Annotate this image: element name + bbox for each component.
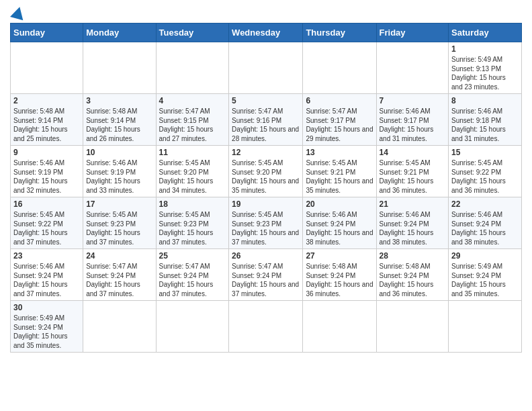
calendar-cell-20: 20Sunrise: 5:46 AM Sunset: 9:24 PM Dayli… [303, 197, 376, 249]
day-info: Sunrise: 5:45 AM Sunset: 9:21 PM Dayligh… [380, 158, 446, 195]
calendar-cell-empty [11, 42, 83, 94]
calendar-cell-empty [229, 42, 303, 94]
weekday-header-saturday: Saturday [449, 24, 522, 42]
day-number: 4 [159, 96, 226, 105]
day-number: 3 [86, 96, 152, 105]
day-number: 21 [380, 199, 446, 209]
calendar-cell-4: 4Sunrise: 5:47 AM Sunset: 9:15 PM Daylig… [156, 94, 229, 146]
day-number: 13 [306, 148, 373, 157]
calendar-cell-24: 24Sunrise: 5:47 AM Sunset: 9:24 PM Dayli… [83, 249, 156, 301]
day-number: 6 [306, 96, 373, 105]
calendar-cell-18: 18Sunrise: 5:45 AM Sunset: 9:23 PM Dayli… [156, 197, 229, 249]
calendar-cell-8: 8Sunrise: 5:46 AM Sunset: 9:18 PM Daylig… [449, 94, 522, 146]
day-info: Sunrise: 5:48 AM Sunset: 9:24 PM Dayligh… [380, 262, 446, 298]
day-number: 24 [86, 251, 152, 261]
day-number: 29 [451, 251, 519, 261]
day-number: 28 [380, 251, 446, 261]
calendar-cell-empty [376, 42, 449, 94]
day-info: Sunrise: 5:46 AM Sunset: 9:24 PM Dayligh… [451, 210, 519, 246]
day-info: Sunrise: 5:45 AM Sunset: 9:23 PM Dayligh… [159, 210, 226, 246]
day-info: Sunrise: 5:47 AM Sunset: 9:15 PM Dayligh… [159, 107, 226, 143]
day-number: 30 [13, 303, 80, 312]
calendar-cell-empty [229, 301, 303, 353]
calendar-cell-6: 6Sunrise: 5:47 AM Sunset: 9:17 PM Daylig… [303, 94, 376, 146]
day-info: Sunrise: 5:45 AM Sunset: 9:20 PM Dayligh… [232, 158, 300, 195]
calendar-cell-14: 14Sunrise: 5:45 AM Sunset: 9:21 PM Dayli… [376, 146, 449, 197]
day-number: 10 [86, 148, 152, 157]
calendar-cell-29: 29Sunrise: 5:49 AM Sunset: 9:24 PM Dayli… [449, 249, 522, 301]
calendar-cell-empty [303, 42, 376, 94]
calendar-cell-27: 27Sunrise: 5:48 AM Sunset: 9:24 PM Dayli… [303, 249, 376, 301]
calendar-cell-7: 7Sunrise: 5:46 AM Sunset: 9:17 PM Daylig… [376, 94, 449, 146]
calendar-cell-empty [83, 42, 156, 94]
day-info: Sunrise: 5:49 AM Sunset: 9:24 PM Dayligh… [451, 262, 519, 298]
day-info: Sunrise: 5:47 AM Sunset: 9:24 PM Dayligh… [86, 262, 152, 298]
logo-triangle-icon [10, 5, 26, 21]
calendar-cell-11: 11Sunrise: 5:45 AM Sunset: 9:20 PM Dayli… [156, 146, 229, 197]
header [10, 7, 522, 19]
day-number: 18 [159, 199, 226, 209]
weekday-header-tuesday: Tuesday [156, 24, 229, 42]
calendar-cell-empty [376, 301, 449, 353]
day-number: 2 [13, 96, 80, 105]
calendar-cell-empty [156, 42, 229, 94]
day-info: Sunrise: 5:45 AM Sunset: 9:23 PM Dayligh… [86, 210, 152, 246]
calendar-cell-9: 9Sunrise: 5:46 AM Sunset: 9:19 PM Daylig… [11, 146, 83, 197]
weekday-header-monday: Monday [83, 24, 156, 42]
calendar-cell-empty [449, 301, 522, 353]
day-info: Sunrise: 5:46 AM Sunset: 9:24 PM Dayligh… [306, 210, 373, 246]
day-number: 25 [159, 251, 226, 261]
day-info: Sunrise: 5:45 AM Sunset: 9:20 PM Dayligh… [159, 158, 226, 195]
weekday-header-wednesday: Wednesday [229, 24, 303, 42]
day-info: Sunrise: 5:46 AM Sunset: 9:18 PM Dayligh… [451, 107, 519, 143]
calendar-cell-10: 10Sunrise: 5:46 AM Sunset: 9:19 PM Dayli… [83, 146, 156, 197]
day-info: Sunrise: 5:46 AM Sunset: 9:24 PM Dayligh… [380, 210, 446, 246]
day-info: Sunrise: 5:48 AM Sunset: 9:14 PM Dayligh… [13, 107, 80, 143]
day-info: Sunrise: 5:45 AM Sunset: 9:22 PM Dayligh… [13, 210, 80, 246]
day-number: 11 [159, 148, 226, 157]
calendar-cell-21: 21Sunrise: 5:46 AM Sunset: 9:24 PM Dayli… [376, 197, 449, 249]
weekday-header-sunday: Sunday [11, 24, 83, 42]
day-number: 26 [232, 251, 300, 261]
day-info: Sunrise: 5:46 AM Sunset: 9:17 PM Dayligh… [380, 107, 446, 143]
day-number: 27 [306, 251, 373, 261]
day-number: 16 [13, 199, 80, 209]
day-info: Sunrise: 5:47 AM Sunset: 9:16 PM Dayligh… [232, 107, 300, 143]
day-number: 8 [451, 96, 519, 105]
calendar-cell-25: 25Sunrise: 5:47 AM Sunset: 9:24 PM Dayli… [156, 249, 229, 301]
day-info: Sunrise: 5:45 AM Sunset: 9:22 PM Dayligh… [451, 158, 519, 195]
calendar-cell-5: 5Sunrise: 5:47 AM Sunset: 9:16 PM Daylig… [229, 94, 303, 146]
day-number: 1 [451, 44, 519, 54]
calendar-cell-empty [83, 301, 156, 353]
calendar-cell-15: 15Sunrise: 5:45 AM Sunset: 9:22 PM Dayli… [449, 146, 522, 197]
calendar-cell-empty [303, 301, 376, 353]
logo [10, 7, 26, 19]
day-number: 19 [232, 199, 300, 209]
calendar-cell-1: 1Sunrise: 5:49 AM Sunset: 9:13 PM Daylig… [449, 42, 522, 94]
day-info: Sunrise: 5:48 AM Sunset: 9:14 PM Dayligh… [86, 107, 152, 143]
logo-text [10, 7, 26, 19]
day-info: Sunrise: 5:47 AM Sunset: 9:24 PM Dayligh… [159, 262, 226, 298]
day-info: Sunrise: 5:46 AM Sunset: 9:19 PM Dayligh… [13, 158, 80, 195]
calendar-cell-empty [156, 301, 229, 353]
day-info: Sunrise: 5:46 AM Sunset: 9:24 PM Dayligh… [13, 262, 80, 298]
day-info: Sunrise: 5:45 AM Sunset: 9:23 PM Dayligh… [232, 210, 300, 246]
day-number: 14 [380, 148, 446, 157]
calendar-cell-2: 2Sunrise: 5:48 AM Sunset: 9:14 PM Daylig… [11, 94, 83, 146]
day-info: Sunrise: 5:48 AM Sunset: 9:24 PM Dayligh… [306, 262, 373, 298]
calendar-cell-26: 26Sunrise: 5:47 AM Sunset: 9:24 PM Dayli… [229, 249, 303, 301]
day-info: Sunrise: 5:45 AM Sunset: 9:21 PM Dayligh… [306, 158, 373, 195]
day-number: 15 [451, 148, 519, 157]
day-info: Sunrise: 5:49 AM Sunset: 9:13 PM Dayligh… [451, 55, 519, 91]
weekday-header-friday: Friday [376, 24, 449, 42]
day-number: 22 [451, 199, 519, 209]
weekday-header-thursday: Thursday [303, 24, 376, 42]
calendar-cell-3: 3Sunrise: 5:48 AM Sunset: 9:14 PM Daylig… [83, 94, 156, 146]
day-number: 20 [306, 199, 373, 209]
calendar-cell-28: 28Sunrise: 5:48 AM Sunset: 9:24 PM Dayli… [376, 249, 449, 301]
day-number: 9 [13, 148, 80, 157]
calendar-cell-19: 19Sunrise: 5:45 AM Sunset: 9:23 PM Dayli… [229, 197, 303, 249]
calendar-cell-13: 13Sunrise: 5:45 AM Sunset: 9:21 PM Dayli… [303, 146, 376, 197]
day-info: Sunrise: 5:49 AM Sunset: 9:24 PM Dayligh… [13, 314, 80, 350]
day-info: Sunrise: 5:47 AM Sunset: 9:24 PM Dayligh… [232, 262, 300, 298]
